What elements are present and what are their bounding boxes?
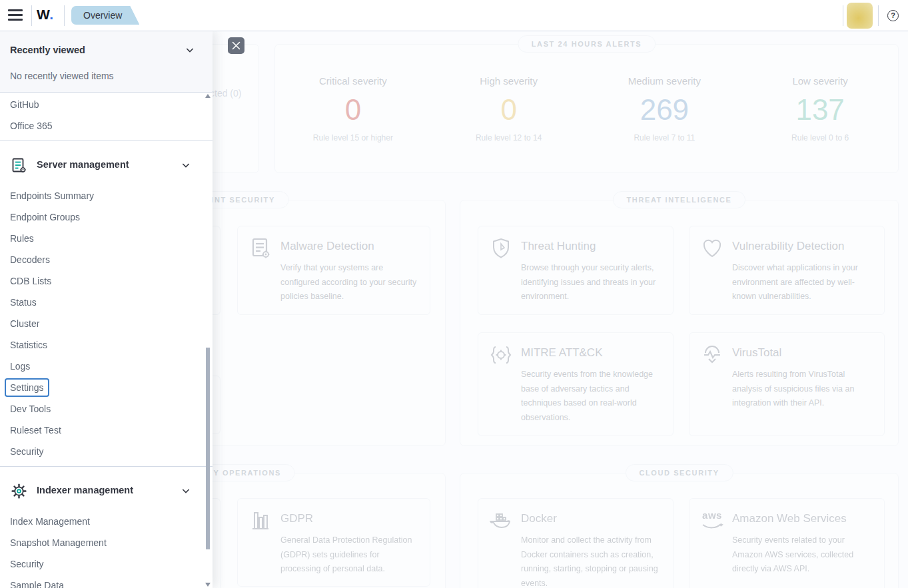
breadcrumb-tab-overview[interactable]: Overview	[71, 6, 139, 25]
chevron-down-icon[interactable]	[185, 45, 195, 55]
vulnerability-detection-icon	[701, 237, 723, 260]
sidebar-item-logs[interactable]: Logs	[0, 356, 213, 377]
chevron-down-icon[interactable]	[181, 485, 191, 496]
sidebar-item-rules[interactable]: Rules	[0, 228, 213, 249]
sidebar-item-cdb-lists[interactable]: CDB Lists	[0, 270, 213, 292]
server-management-icon	[11, 157, 27, 174]
malware-detection-card[interactable]: Malware Detection Verify that your syste…	[237, 226, 430, 315]
sidebar-item-index-management[interactable]: Index Management	[0, 511, 213, 532]
hamburger-menu-icon[interactable]	[8, 9, 23, 22]
threat-intelligence-panel: THREAT INTELLIGENCE Threat Hunting Brows…	[460, 200, 899, 446]
sidebar-item-office-365[interactable]: Office 365	[0, 115, 213, 137]
sidebar-item-endpoints-summary[interactable]: Endpoints Summary	[0, 185, 213, 206]
sidebar-item-cluster[interactable]: Cluster	[0, 313, 213, 334]
menu-scroll-area: GitHub Office 365 Server management Endp…	[0, 93, 213, 588]
navigation-menu: Recently viewed No recently viewed items…	[0, 31, 213, 588]
aws-card[interactable]: aws Amazon Web Services Security events …	[689, 498, 885, 588]
medium-severity-stat[interactable]: Medium severity 269 Rule level 7 to 11	[587, 75, 743, 143]
server-management-header: Server management	[0, 145, 213, 185]
sidebar-item-endpoint-groups[interactable]: Endpoint Groups	[0, 206, 213, 228]
sidebar-item-indexer-security[interactable]: Security	[0, 553, 213, 575]
close-icon	[232, 41, 240, 50]
malware-detection-icon	[249, 237, 272, 260]
sidebar-item-settings[interactable]: Settings	[0, 377, 213, 398]
cloud-security-panel: CLOUD SECURITY Docker Monitor and collec…	[460, 473, 899, 588]
docker-icon	[490, 509, 512, 532]
chevron-down-icon[interactable]	[181, 160, 191, 170]
low-severity-count[interactable]: 137	[742, 95, 898, 125]
cloud-security-title: CLOUD SECURITY	[625, 464, 733, 481]
scrollbar-down-arrow[interactable]	[205, 583, 211, 587]
threat-hunting-card[interactable]: Threat Hunting Browse through your secur…	[478, 226, 674, 315]
sidebar-item-status[interactable]: Status	[0, 292, 213, 313]
help-icon[interactable]: ?	[887, 10, 899, 21]
divider	[64, 5, 65, 26]
virustotal-card[interactable]: VirusTotal Alerts resulting from VirusTo…	[689, 332, 885, 436]
recently-viewed-title: Recently viewed	[10, 45, 85, 55]
recently-viewed-empty-text: No recently viewed items	[10, 71, 114, 81]
agents-count-fragment: cted (0)	[210, 88, 241, 99]
mitre-attack-card[interactable]: MITRE ATT&CK Security events from the kn…	[478, 332, 674, 436]
mitre-attack-icon	[490, 344, 512, 366]
recently-viewed-section: Recently viewed No recently viewed items	[0, 31, 213, 93]
indexer-management-title[interactable]: Indexer management	[37, 485, 133, 495]
scrollbar-up-arrow[interactable]	[205, 94, 211, 98]
sidebar-item-security[interactable]: Security	[0, 441, 213, 462]
sidebar-item-github[interactable]: GitHub	[0, 94, 213, 115]
wazuh-dashboard: cted (0) LAST 24 HOURS ALERTS Critical s…	[0, 0, 908, 588]
logo-dot: .	[49, 7, 53, 22]
high-severity-stat[interactable]: High severity 0 Rule level 12 to 14	[431, 75, 587, 143]
sidebar-item-statistics[interactable]: Statistics	[0, 334, 213, 356]
sidebar-item-ruleset-test[interactable]: Ruleset Test	[0, 420, 213, 441]
divider	[0, 141, 213, 141]
indexer-management-icon	[11, 483, 27, 499]
sidebar-scrollbar[interactable]	[206, 348, 210, 549]
docker-card[interactable]: Docker Monitor and collect the activity …	[478, 498, 674, 588]
server-management-title[interactable]: Server management	[37, 159, 129, 170]
close-menu-button[interactable]	[228, 37, 244, 54]
logo-text: W	[37, 7, 49, 22]
divider	[0, 466, 213, 467]
aws-icon: aws	[701, 509, 723, 532]
gdpr-card[interactable]: GDPR General Data Protection Regulation …	[237, 498, 430, 587]
high-severity-count[interactable]: 0	[431, 95, 587, 125]
settings-focus-ring[interactable]: Settings	[5, 378, 49, 397]
medium-severity-count[interactable]: 269	[587, 95, 743, 125]
wazuh-logo[interactable]: W.	[37, 7, 54, 23]
vulnerability-detection-card[interactable]: Vulnerability Detection Discover what ap…	[689, 226, 885, 315]
critical-severity-count[interactable]: 0	[275, 95, 431, 125]
divider	[31, 5, 32, 26]
sidebar-item-sample-data[interactable]: Sample Data	[0, 575, 213, 588]
indexer-management-header: Indexer management	[0, 471, 213, 511]
severity-row: Critical severity 0 Rule level 15 or hig…	[275, 45, 898, 143]
sidebar-item-decoders[interactable]: Decoders	[0, 249, 213, 270]
threat-intelligence-title: THREAT INTELLIGENCE	[613, 191, 746, 208]
sidebar-item-dev-tools[interactable]: Dev Tools	[0, 398, 213, 420]
virustotal-icon	[701, 344, 723, 366]
gdpr-icon	[249, 509, 272, 532]
alerts-panel-title: LAST 24 HOURS ALERTS	[518, 35, 656, 53]
divider	[843, 5, 843, 26]
last-24-hours-alerts-panel: LAST 24 HOURS ALERTS Critical severity 0…	[274, 44, 899, 173]
sidebar-item-snapshot-management[interactable]: Snapshot Management	[0, 532, 213, 553]
critical-severity-stat[interactable]: Critical severity 0 Rule level 15 or hig…	[275, 75, 431, 143]
low-severity-stat[interactable]: Low severity 137 Rule level 0 to 6	[742, 75, 898, 143]
threat-hunting-icon	[490, 237, 512, 260]
user-avatar[interactable]	[847, 3, 873, 29]
divider	[878, 5, 879, 26]
top-header-bar: W. Overview ?	[0, 0, 908, 31]
